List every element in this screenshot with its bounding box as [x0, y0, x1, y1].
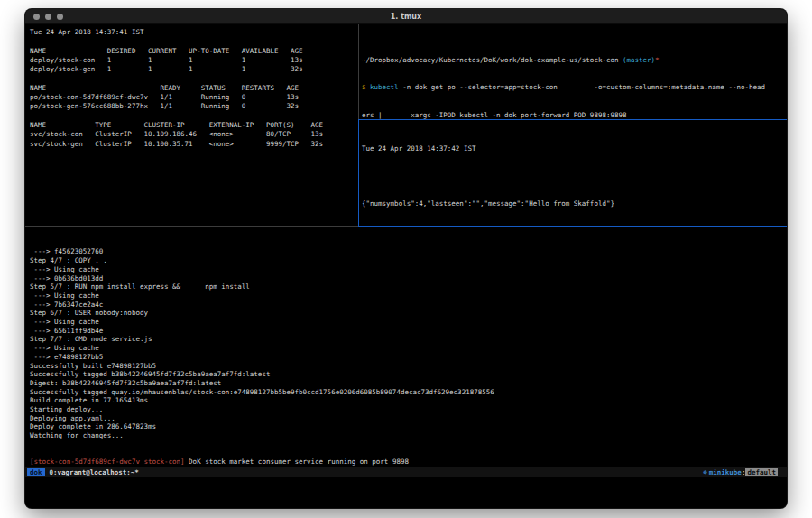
session-name-badge[interactable]: dok [27, 468, 45, 476]
build-output: ---> f45623052760 Step 4/7 : COPY . . --… [30, 247, 787, 439]
shell-prompt-line: ~/Dropbox/advocacy/Kubernetes/DoK/work/d… [362, 56, 787, 65]
git-dirty-flag: * [655, 56, 660, 64]
window-tab[interactable]: 0:vagrant@localhost:~* [50, 468, 139, 476]
close-button[interactable] [33, 14, 40, 20]
zoom-button[interactable] [57, 14, 63, 20]
window-titlebar[interactable]: 1. tmux [25, 9, 787, 24]
pane-port-forward[interactable]: ~/Dropbox/advocacy/Kubernetes/DoK/work/d… [359, 24, 787, 119]
tmux-session: Tue 24 Apr 2018 14:37:41 IST NAME DESIRE… [25, 24, 787, 508]
container-log-line: [stock-con-5d7df689cf-dwc7v stock-con] D… [30, 458, 787, 467]
prompt-path: ~/Dropbox/advocacy/Kubernetes/DoK/work/d… [362, 56, 623, 64]
kube-namespace-badge: default [745, 468, 778, 476]
json-response: {"numsymbols":4,"lastseen":"","message":… [362, 199, 787, 208]
pane-skaffold-response[interactable]: Tue 24 Apr 2018 14:37:42 IST {"numsymbol… [359, 120, 787, 226]
tmux-statusbar: dok 0:vagrant@localhost:~* ☸minikube : d… [25, 467, 787, 477]
command-output: ers | xargs -IPOD kubectl -n dok port-fo… [362, 111, 787, 119]
window-title: 1. tmux [25, 9, 787, 24]
kube-context-indicator: ☸minikube [703, 468, 742, 476]
log-message: DoK stock market consumer service runnin… [185, 458, 409, 466]
pane-skaffold-build[interactable]: ---> f45623052760 Step 4/7 : COPY . . --… [25, 227, 787, 467]
command-line: $ kubectl -n dok get po --selector=app=s… [362, 83, 787, 92]
kubernetes-wheel-icon: ☸ [703, 468, 707, 476]
log-prefix: [stock-con-5d7df689cf-dwc7v stock-con] [30, 458, 185, 466]
blank-line [362, 171, 787, 180]
traffic-lights [33, 14, 63, 20]
command-name: kubectl [366, 83, 399, 91]
pane-kubectl-watch[interactable]: Tue 24 Apr 2018 14:37:41 IST NAME DESIRE… [25, 24, 358, 226]
port-forward-output: ~/Dropbox/advocacy/Kubernetes/DoK/work/d… [362, 37, 787, 119]
kubectl-watch-output: Tue 24 Apr 2018 14:37:41 IST NAME DESIRE… [30, 28, 358, 149]
command-args: -n dok get po --selector=app=stock-con -… [399, 83, 765, 91]
git-branch: (master) [623, 56, 655, 64]
skaffold-response-output: Tue 24 Apr 2018 14:37:42 IST {"numsymbol… [362, 125, 787, 226]
timestamp: Tue 24 Apr 2018 14:37:42 IST [362, 144, 787, 153]
kube-context: minikube [709, 468, 742, 476]
build-log: ---> f45623052760 Step 4/7 : COPY . . --… [30, 230, 787, 467]
minimize-button[interactable] [45, 14, 51, 20]
terminal-window: 1. tmux Tue 24 Apr 2018 14:37:41 IST NAM… [25, 9, 787, 508]
